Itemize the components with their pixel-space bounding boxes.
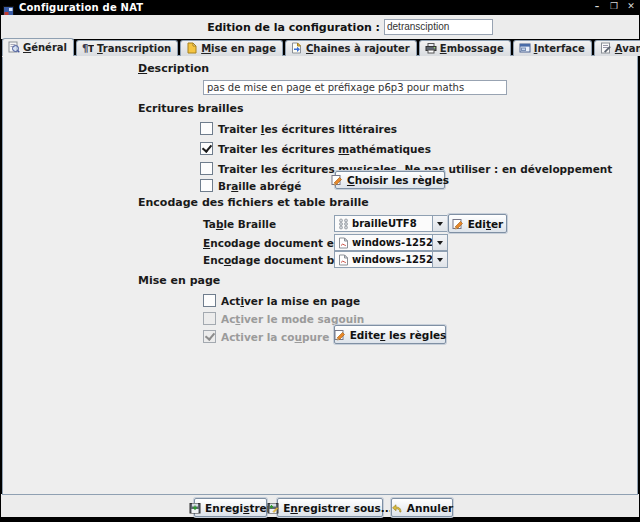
combobox-value: windows-1252: [352, 237, 432, 248]
minimize-button[interactable]: –: [592, 1, 602, 11]
button-label: Enregistrer: [205, 502, 272, 514]
checkbox: [203, 330, 216, 343]
button-label: Enregistrer sous...: [283, 502, 393, 514]
tab-transcription[interactable]: ¶T Transcription: [76, 40, 178, 56]
tab-label: Mise en page: [201, 43, 276, 54]
advanced-tab-icon: [600, 42, 612, 54]
editer-les-regles-button[interactable]: Editer les règles: [334, 325, 446, 344]
tab-interface[interactable]: Interface: [513, 40, 592, 56]
close-button[interactable]: ✕: [626, 1, 636, 11]
combobox-arrow-icon[interactable]: [432, 252, 447, 267]
enregistrer-button[interactable]: Enregistrer: [194, 498, 267, 517]
ecritures-brailles-section-title: Ecritures brailles: [138, 102, 244, 115]
checkbox-row-activer-mise-en-page[interactable]: Activer la mise en page: [203, 294, 360, 307]
config-header: Edition de la configuration :: [1, 15, 639, 39]
checkbox-row-mode-sagouin: Activer le mode sagouin: [203, 312, 364, 325]
save-as-icon: [267, 502, 279, 514]
general-tab-panel: Description pas de mise en page et préfi…: [2, 55, 638, 495]
config-name-input[interactable]: [384, 19, 493, 35]
interface-tab-icon: [519, 42, 531, 54]
undo-cancel-icon: [391, 502, 403, 514]
svg-text:T: T: [88, 44, 94, 54]
tab-label: Chaines à rajouter: [306, 43, 410, 54]
description-section-title: Description: [138, 62, 209, 75]
encodage-braille-combobox[interactable]: windows-1252: [334, 251, 448, 268]
edit-pencil-icon: [452, 218, 464, 230]
tab-label: Interface: [534, 43, 585, 54]
tab-label: Transcription: [97, 43, 171, 54]
tab-avance[interactable]: Avancé: [594, 40, 640, 56]
checkbox-row-braille-abrege[interactable]: Braille abrégé: [200, 179, 301, 192]
checkbox[interactable]: [200, 179, 213, 192]
checkbox[interactable]: [203, 294, 216, 307]
enregistrer-sous-button[interactable]: Enregistrer sous...: [277, 498, 383, 517]
config-name-label: Edition de la configuration :: [207, 21, 380, 34]
configuration-de-nat-window: Configuration de NAT – ❐ ✕ Edition de la…: [0, 0, 640, 522]
tab-label: Avancé: [615, 43, 640, 54]
app-icon: [3, 2, 14, 13]
tab-general[interactable]: Général: [2, 38, 74, 56]
strings-to-add-tab-icon: [291, 42, 303, 54]
file-encoding-icon: [338, 254, 349, 266]
title-bar: Configuration de NAT – ❐ ✕: [0, 0, 640, 15]
combobox-value: brailleUTF8: [352, 218, 417, 229]
tab-mise-en-page[interactable]: Mise en page: [180, 40, 283, 56]
tab-label: Général: [23, 42, 67, 53]
checkbox: [203, 312, 216, 325]
edit-pencil-icon: [334, 329, 346, 341]
description-input[interactable]: pas de mise en page et préfixage p6p3 po…: [203, 80, 507, 95]
checkbox-row-litteraires[interactable]: Traiter les écritures littéraires: [200, 122, 397, 135]
maximize-button[interactable]: ❐: [609, 1, 619, 11]
annuler-button[interactable]: Annuler: [391, 498, 453, 517]
checkbox-label: Braille abrégé: [218, 180, 301, 192]
checkbox[interactable]: [200, 142, 213, 155]
checkbox[interactable]: [200, 162, 213, 175]
mise-en-page-section-title: Mise en page: [138, 274, 220, 287]
checkbox[interactable]: [200, 122, 213, 135]
encodage-noir-combobox[interactable]: windows-1252: [334, 234, 448, 251]
tab-embossage[interactable]: Embossage: [419, 40, 511, 56]
button-label: Editer: [468, 218, 504, 230]
button-label: Choisir les règles: [347, 174, 449, 186]
table-braille-label: Table Braille: [203, 218, 276, 230]
combobox-arrow-icon[interactable]: [432, 235, 447, 250]
tab-chaines-a-rajouter[interactable]: Chaines à rajouter: [285, 40, 417, 56]
combobox-arrow-icon[interactable]: [432, 216, 447, 231]
embosser-tab-icon: [425, 42, 437, 54]
encodage-section-title: Encodage des fichiers et table braille: [138, 196, 369, 209]
window-title: Configuration de NAT: [19, 2, 143, 13]
combobox-value: windows-1252: [352, 254, 432, 265]
braille-table-icon: [338, 218, 349, 230]
tab-label: Embossage: [440, 43, 504, 54]
checkbox-label: Traiter les écritures mathématiques: [218, 143, 431, 155]
table-braille-combobox[interactable]: brailleUTF8: [334, 215, 448, 232]
footer-button-bar: Enregistrer Enregistrer sous... Annuler: [1, 494, 639, 517]
button-label: Editer les règles: [350, 329, 447, 341]
transcription-tab-icon: ¶T: [82, 42, 94, 54]
button-label: Annuler: [407, 502, 453, 514]
checkbox-row-mathematiques[interactable]: Traiter les écritures mathématiques: [200, 142, 431, 155]
page-layout-tab-icon: [186, 42, 198, 54]
checkbox-label: Traiter les écritures littéraires: [218, 123, 397, 135]
checkbox-label: Activer la mise en page: [221, 295, 360, 307]
editer-button[interactable]: Editer: [448, 214, 507, 233]
choisir-les-regles-button[interactable]: Choisir les règles: [335, 171, 445, 189]
edit-pencil-icon: [331, 174, 343, 186]
tab-bar: Général ¶T Transcription Mise en page Ch…: [2, 39, 640, 56]
save-icon: [189, 502, 201, 514]
file-encoding-icon: [338, 237, 349, 249]
checkbox-label: Activer le mode sagouin: [221, 313, 364, 325]
general-tab-icon: [8, 41, 20, 53]
